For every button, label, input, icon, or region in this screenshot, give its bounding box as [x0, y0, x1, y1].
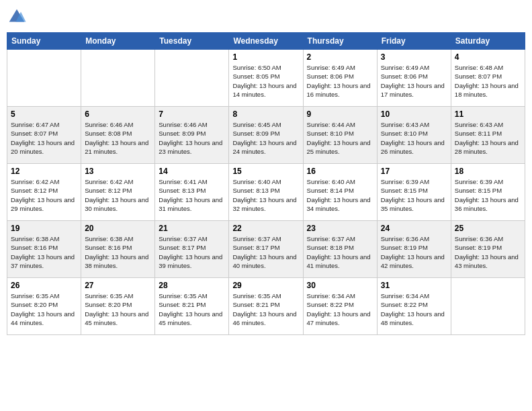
logo: [7, 7, 30, 27]
calendar-day-cell: 10Sunrise: 6:43 AMSunset: 8:10 PMDayligh…: [377, 107, 451, 164]
calendar-day-cell: 21Sunrise: 6:37 AMSunset: 8:17 PMDayligh…: [155, 221, 229, 278]
day-number: 30: [307, 281, 373, 290]
day-number: 9: [307, 109, 373, 119]
calendar-day-cell: 24Sunrise: 6:36 AMSunset: 8:19 PMDayligh…: [377, 221, 451, 278]
day-info: Sunrise: 6:49 AMSunset: 8:06 PMDaylight:…: [307, 63, 373, 99]
day-info: Sunrise: 6:37 AMSunset: 8:17 PMDaylight:…: [232, 234, 299, 270]
day-info: Sunrise: 6:46 AMSunset: 8:08 PMDaylight:…: [85, 120, 151, 156]
day-number: 19: [11, 224, 77, 233]
day-number: 13: [85, 167, 151, 176]
day-number: 1: [232, 52, 299, 62]
day-of-week-header: Friday: [377, 33, 451, 50]
day-info: Sunrise: 6:47 AMSunset: 8:07 PMDaylight:…: [11, 120, 77, 156]
calendar-day-cell: 6Sunrise: 6:46 AMSunset: 8:08 PMDaylight…: [81, 107, 155, 164]
day-info: Sunrise: 6:35 AMSunset: 8:21 PMDaylight:…: [232, 291, 299, 327]
day-info: Sunrise: 6:40 AMSunset: 8:14 PMDaylight:…: [307, 177, 373, 213]
day-of-week-header: Tuesday: [155, 33, 229, 50]
day-number: 18: [455, 167, 521, 176]
day-info: Sunrise: 6:44 AMSunset: 8:10 PMDaylight:…: [307, 120, 373, 156]
day-number: 23: [307, 224, 373, 233]
calendar-day-cell: [451, 278, 525, 335]
day-number: 17: [381, 167, 447, 176]
day-info: Sunrise: 6:35 AMSunset: 8:21 PMDaylight:…: [159, 291, 225, 327]
day-info: Sunrise: 6:38 AMSunset: 8:16 PMDaylight:…: [85, 234, 151, 270]
page-header: [7, 7, 525, 27]
day-number: 22: [232, 224, 299, 233]
calendar-day-cell: 18Sunrise: 6:39 AMSunset: 8:15 PMDayligh…: [451, 164, 525, 221]
day-info: Sunrise: 6:49 AMSunset: 8:06 PMDaylight:…: [381, 63, 447, 99]
day-info: Sunrise: 6:43 AMSunset: 8:10 PMDaylight:…: [381, 120, 447, 156]
logo-icon: [7, 7, 27, 27]
day-info: Sunrise: 6:38 AMSunset: 8:16 PMDaylight:…: [11, 234, 77, 270]
calendar-day-cell: 30Sunrise: 6:34 AMSunset: 8:22 PMDayligh…: [303, 278, 377, 335]
calendar-day-cell: 29Sunrise: 6:35 AMSunset: 8:21 PMDayligh…: [229, 278, 303, 335]
day-of-week-header: Monday: [81, 33, 155, 50]
calendar-day-cell: 26Sunrise: 6:35 AMSunset: 8:20 PMDayligh…: [7, 278, 81, 335]
calendar-day-cell: 8Sunrise: 6:45 AMSunset: 8:09 PMDaylight…: [229, 107, 303, 164]
day-number: 21: [159, 224, 225, 233]
day-info: Sunrise: 6:36 AMSunset: 8:19 PMDaylight:…: [455, 234, 521, 270]
day-info: Sunrise: 6:37 AMSunset: 8:18 PMDaylight:…: [307, 234, 373, 270]
day-info: Sunrise: 6:34 AMSunset: 8:22 PMDaylight:…: [307, 291, 373, 327]
day-number: 16: [307, 167, 373, 176]
day-info: Sunrise: 6:36 AMSunset: 8:19 PMDaylight:…: [381, 234, 447, 270]
calendar-day-cell: 20Sunrise: 6:38 AMSunset: 8:16 PMDayligh…: [81, 221, 155, 278]
day-info: Sunrise: 6:37 AMSunset: 8:17 PMDaylight:…: [159, 234, 225, 270]
day-number: 26: [11, 281, 77, 290]
calendar-day-cell: 2Sunrise: 6:49 AMSunset: 8:06 PMDaylight…: [303, 50, 377, 107]
day-number: 5: [11, 109, 77, 119]
day-info: Sunrise: 6:42 AMSunset: 8:12 PMDaylight:…: [85, 177, 151, 213]
calendar-body: 1Sunrise: 6:50 AMSunset: 8:05 PMDaylight…: [7, 50, 525, 335]
calendar-day-cell: 11Sunrise: 6:43 AMSunset: 8:11 PMDayligh…: [451, 107, 525, 164]
day-number: 11: [455, 109, 521, 119]
calendar-day-cell: 16Sunrise: 6:40 AMSunset: 8:14 PMDayligh…: [303, 164, 377, 221]
day-of-week-header: Sunday: [7, 33, 81, 50]
calendar-day-cell: 22Sunrise: 6:37 AMSunset: 8:17 PMDayligh…: [229, 221, 303, 278]
day-number: 6: [85, 109, 151, 119]
day-info: Sunrise: 6:41 AMSunset: 8:13 PMDaylight:…: [159, 177, 225, 213]
calendar-day-cell: 31Sunrise: 6:34 AMSunset: 8:22 PMDayligh…: [377, 278, 451, 335]
calendar-day-cell: 28Sunrise: 6:35 AMSunset: 8:21 PMDayligh…: [155, 278, 229, 335]
day-number: 25: [455, 224, 521, 233]
day-number: 24: [381, 224, 447, 233]
day-info: Sunrise: 6:40 AMSunset: 8:13 PMDaylight:…: [232, 177, 299, 213]
day-number: 2: [307, 52, 373, 62]
day-number: 28: [159, 281, 225, 290]
calendar-day-cell: [81, 50, 155, 107]
day-number: 3: [381, 52, 447, 62]
calendar-day-cell: 1Sunrise: 6:50 AMSunset: 8:05 PMDaylight…: [229, 50, 303, 107]
day-number: 10: [381, 109, 447, 119]
day-info: Sunrise: 6:39 AMSunset: 8:15 PMDaylight:…: [455, 177, 521, 213]
day-number: 7: [159, 109, 225, 119]
day-of-week-header: Wednesday: [229, 33, 303, 50]
calendar-week-row: 12Sunrise: 6:42 AMSunset: 8:12 PMDayligh…: [7, 164, 525, 221]
day-number: 31: [381, 281, 447, 290]
calendar-day-cell: 7Sunrise: 6:46 AMSunset: 8:09 PMDaylight…: [155, 107, 229, 164]
calendar-week-row: 5Sunrise: 6:47 AMSunset: 8:07 PMDaylight…: [7, 107, 525, 164]
day-info: Sunrise: 6:35 AMSunset: 8:20 PMDaylight:…: [11, 291, 77, 327]
calendar-week-row: 1Sunrise: 6:50 AMSunset: 8:05 PMDaylight…: [7, 50, 525, 107]
day-info: Sunrise: 6:46 AMSunset: 8:09 PMDaylight:…: [159, 120, 225, 156]
day-number: 4: [455, 52, 521, 62]
day-number: 14: [159, 167, 225, 176]
calendar-day-cell: 12Sunrise: 6:42 AMSunset: 8:12 PMDayligh…: [7, 164, 81, 221]
calendar-day-cell: 23Sunrise: 6:37 AMSunset: 8:18 PMDayligh…: [303, 221, 377, 278]
day-number: 15: [232, 167, 299, 176]
day-info: Sunrise: 6:34 AMSunset: 8:22 PMDaylight:…: [381, 291, 447, 327]
calendar-day-cell: 14Sunrise: 6:41 AMSunset: 8:13 PMDayligh…: [155, 164, 229, 221]
day-info: Sunrise: 6:50 AMSunset: 8:05 PMDaylight:…: [232, 63, 299, 99]
calendar-day-cell: 17Sunrise: 6:39 AMSunset: 8:15 PMDayligh…: [377, 164, 451, 221]
day-info: Sunrise: 6:42 AMSunset: 8:12 PMDaylight:…: [11, 177, 77, 213]
day-info: Sunrise: 6:35 AMSunset: 8:20 PMDaylight:…: [85, 291, 151, 327]
calendar-day-cell: [7, 50, 81, 107]
day-info: Sunrise: 6:48 AMSunset: 8:07 PMDaylight:…: [455, 63, 521, 99]
day-number: 29: [232, 281, 299, 290]
day-info: Sunrise: 6:39 AMSunset: 8:15 PMDaylight:…: [381, 177, 447, 213]
calendar-day-cell: 27Sunrise: 6:35 AMSunset: 8:20 PMDayligh…: [81, 278, 155, 335]
day-number: 27: [85, 281, 151, 290]
day-of-week-header: Thursday: [303, 33, 377, 50]
calendar-week-row: 26Sunrise: 6:35 AMSunset: 8:20 PMDayligh…: [7, 278, 525, 335]
day-number: 20: [85, 224, 151, 233]
calendar-day-cell: [155, 50, 229, 107]
calendar-week-row: 19Sunrise: 6:38 AMSunset: 8:16 PMDayligh…: [7, 221, 525, 278]
